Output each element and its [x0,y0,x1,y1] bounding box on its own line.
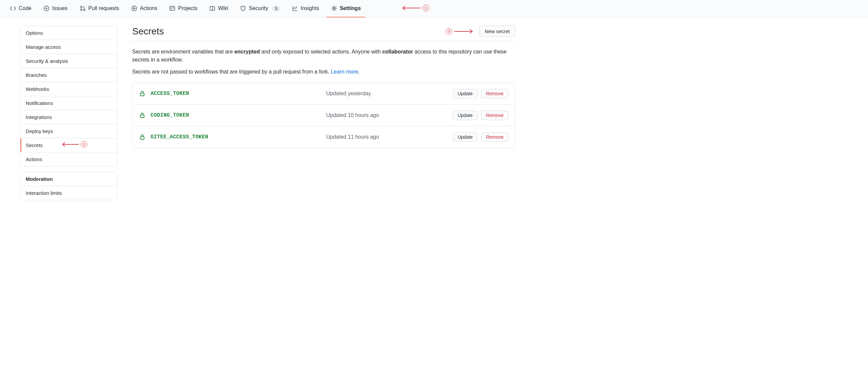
issue-icon [43,5,50,11]
new-secret-button[interactable]: New secret [479,26,516,37]
secret-actions: Update Remove [453,89,508,98]
project-icon [169,5,175,11]
nav-projects-label: Projects [178,5,197,11]
nav-pulls[interactable]: Pull requests [75,0,124,18]
nav-insights[interactable]: Insights [287,0,324,18]
nav-settings-label: Settings [340,5,361,11]
svg-rect-8 [140,93,144,96]
remove-button[interactable]: Remove [481,89,508,98]
secret-row: CODING_TOKEN Updated 10 hours ago Update… [132,105,515,126]
nav-issues[interactable]: Issues [39,0,72,18]
update-button[interactable]: Update [453,132,478,142]
settings-menu: Options Manage access Security & analysi… [20,26,118,166]
sidebar-item-integrations[interactable]: Integrations [20,110,117,124]
nav-actions-label: Actions [140,5,157,11]
text: Secrets are environment variables that a… [132,49,235,54]
nav-settings[interactable]: Settings [327,0,366,18]
remove-button[interactable]: Remove [481,132,508,142]
pull-request-icon [80,5,86,11]
secret-row: GITEE_ACCESS_TOKEN Updated 11 hours ago … [132,126,515,148]
subhead: Secrets ③ New secret [132,26,516,41]
code-icon [10,5,16,11]
nav-code[interactable]: Code [5,0,36,18]
nav-code-label: Code [19,5,31,11]
annotation-2-number: ② [81,141,88,148]
main-content: Secrets ③ New secret Secrets are environ… [126,26,529,205]
sidebar-item-interaction-limits[interactable]: Interaction limits [20,186,117,200]
graph-icon [292,5,298,11]
sidebar-item-notifications[interactable]: Notifications [20,96,117,110]
nav-wiki-label: Wiki [218,5,228,11]
lock-icon [139,90,145,96]
nav-pulls-label: Pull requests [89,5,120,11]
secret-name: GITEE_ACCESS_TOKEN [151,134,321,140]
sidebar-item-options[interactable]: Options [20,26,117,40]
lock-icon [139,112,145,118]
sidebar-label: Moderation [26,176,53,182]
sidebar-item-webhooks[interactable]: Webhooks [20,82,117,96]
svg-point-3 [81,9,82,11]
sidebar-label: Notifications [26,100,53,106]
page-title: Secrets [132,26,164,37]
svg-point-2 [81,6,82,8]
gear-icon [331,5,337,11]
sidebar-label: Actions [26,157,42,162]
secret-actions: Update Remove [453,111,508,120]
sidebar-label: Branches [26,72,47,78]
sidebar-heading-moderation: Moderation [20,172,117,186]
shield-icon [240,5,246,11]
settings-layout: Options Manage access Security & analysi… [0,18,534,214]
description-1: Secrets are environment variables that a… [132,48,516,64]
sidebar-item-secrets[interactable]: Secrets ② [20,138,117,152]
repo-nav: Code Issues Pull requests Actions Projec… [0,0,868,18]
secrets-list: ACCESS_TOKEN Updated yesterday Update Re… [132,83,516,148]
sidebar-label: Security & analysis [26,58,68,64]
secret-updated: Updated 10 hours ago [326,112,447,118]
annotation-3-number: ③ [446,28,452,35]
nav-projects[interactable]: Projects [164,0,202,18]
svg-rect-10 [140,137,144,139]
secret-updated: Updated yesterday [326,90,447,96]
moderation-menu: Moderation Interaction limits [20,172,118,200]
sidebar-item-deploy-keys[interactable]: Deploy keys [20,124,117,138]
sidebar-item-actions[interactable]: Actions [20,152,117,166]
secret-updated: Updated 11 hours ago [326,134,447,140]
settings-sidebar-column: Options Manage access Security & analysi… [5,26,118,205]
update-button[interactable]: Update [453,89,478,98]
play-icon [131,5,137,11]
secret-name: ACCESS_TOKEN [151,90,321,96]
annotation-3: ③ [446,28,474,35]
secret-name: CODING_TOKEN [151,112,321,118]
sidebar-label: Manage access [26,44,61,50]
sidebar-item-manage-access[interactable]: Manage access [20,40,117,54]
nav-security-label: Security [249,5,268,11]
annotation-1-number: ① [423,5,429,11]
description-2: Secrets are not passed to workflows that… [132,68,516,76]
security-counter: 3 [272,6,280,11]
secret-actions: Update Remove [453,132,508,142]
nav-issues-label: Issues [52,5,67,11]
sidebar-item-branches[interactable]: Branches [20,68,117,82]
remove-button[interactable]: Remove [481,111,508,120]
svg-rect-9 [140,115,144,118]
sidebar-label: Options [26,30,43,36]
nav-wiki[interactable]: Wiki [205,0,233,18]
book-icon [209,5,215,11]
svg-point-4 [84,9,85,11]
svg-point-1 [46,8,47,9]
nav-actions[interactable]: Actions [127,0,162,18]
nav-security[interactable]: Security 3 [235,0,284,18]
update-button[interactable]: Update [453,111,478,120]
sidebar-label: Interaction limits [26,190,62,196]
annotation-1: ① [401,5,429,11]
learn-more-link[interactable]: Learn more [331,69,358,75]
text-bold: collaborator [382,49,413,54]
text: Secrets are not passed to workflows that… [132,69,331,75]
sidebar-item-security-analysis[interactable]: Security & analysis [20,54,117,68]
sidebar-label: Deploy keys [26,128,53,134]
svg-point-7 [333,7,335,9]
sidebar-label: Secrets [26,142,43,148]
annotation-2: ② [60,141,88,148]
text: . [358,69,360,75]
lock-icon [139,134,145,140]
